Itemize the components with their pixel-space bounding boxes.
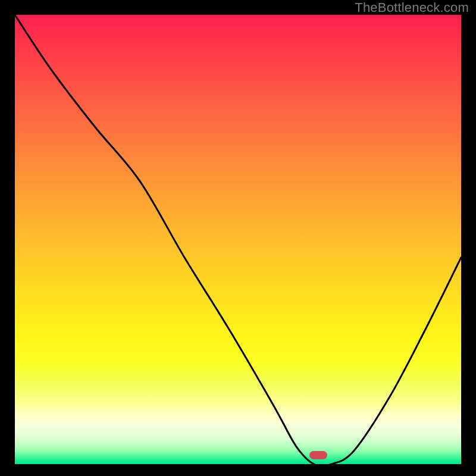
chart-curve [15, 15, 461, 464]
chart-frame [15, 15, 461, 464]
optimal-marker [309, 451, 327, 459]
bottleneck-curve-path [15, 15, 461, 464]
chart-plot-area [15, 15, 461, 464]
watermark-text: TheBottleneck.com [355, 0, 469, 15]
